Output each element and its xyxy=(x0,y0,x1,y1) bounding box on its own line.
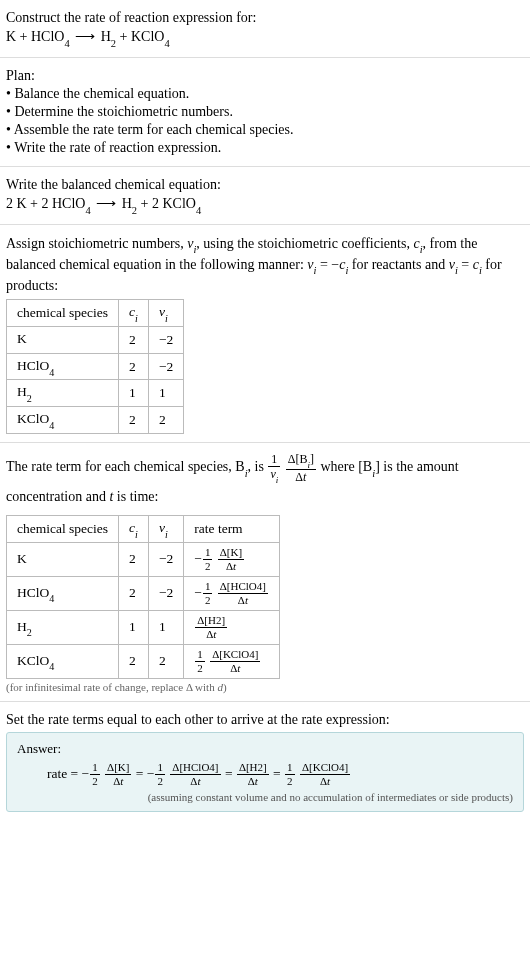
eq-lhs-sub: 4 xyxy=(64,38,69,49)
sub-i: i xyxy=(314,265,317,276)
table-row: K 2 −2 −12 Δ[K]Δt xyxy=(7,542,280,576)
c-cell: 1 xyxy=(119,610,149,644)
frac-one-over-nu: 1νi xyxy=(268,453,280,483)
plan-title: Plan: xyxy=(6,68,524,84)
num: Δ[Bi] xyxy=(286,453,316,470)
sub-i: i xyxy=(135,313,138,324)
num: 1 xyxy=(203,547,213,560)
species-cell: K xyxy=(7,327,119,354)
rate-term-section: The rate term for each chemical species,… xyxy=(0,443,530,702)
species-cell: HClO4 xyxy=(7,576,119,610)
den: 2 xyxy=(90,775,100,787)
final-intro: Set the rate terms equal to each other t… xyxy=(6,712,524,728)
answer-note: (assuming constant volume and no accumul… xyxy=(17,791,513,803)
nu: ν xyxy=(159,520,165,535)
col-rate-term: rate term xyxy=(184,516,280,543)
table-row: K 2 −2 xyxy=(7,327,184,354)
c: c xyxy=(413,236,419,251)
den: Δt xyxy=(300,775,350,787)
sub-i: i xyxy=(455,265,458,276)
assign-text: Assign stoichiometric numbers, νi, using… xyxy=(6,235,524,296)
c-cell: 2 xyxy=(119,353,149,380)
nu-cell: −2 xyxy=(148,353,183,380)
num: 1 xyxy=(155,762,165,775)
sp: KClO xyxy=(17,653,49,668)
sub-i: i xyxy=(479,265,482,276)
rate-cell: −12 Δ[HClO4]Δt xyxy=(184,576,280,610)
den: Δt xyxy=(170,775,220,787)
bal-rhs-a: H xyxy=(122,196,132,211)
t: t xyxy=(237,662,240,674)
nu-cell: −2 xyxy=(148,576,183,610)
sub-i: i xyxy=(307,460,310,470)
half-frac: 12 xyxy=(203,581,213,606)
num: Δ[H2] xyxy=(195,615,227,628)
prompt-line1: Construct the rate of reaction expressio… xyxy=(6,10,524,26)
rate-cell: Δ[H2]Δt xyxy=(184,610,280,644)
num: Δ[K] xyxy=(218,547,244,560)
half-frac: 12 xyxy=(90,762,100,787)
t: , is xyxy=(248,459,268,474)
sp-sub: 4 xyxy=(49,367,54,378)
arrow-icon: ⟶ xyxy=(94,195,118,212)
t: The rate term for each chemical species,… xyxy=(6,459,245,474)
den: 2 xyxy=(195,662,205,674)
t: t xyxy=(213,628,216,640)
half-frac: 12 xyxy=(195,649,205,674)
num: 1 xyxy=(90,762,100,775)
c-cell: 2 xyxy=(119,407,149,434)
table-row: HClO4 2 −2 xyxy=(7,353,184,380)
col-c: ci xyxy=(119,516,149,543)
nu-cell: 1 xyxy=(148,380,183,407)
t: = xyxy=(458,257,473,272)
t: Δ[B xyxy=(288,452,308,466)
conc-frac: Δ[K]Δt xyxy=(218,547,244,572)
sub-i: i xyxy=(165,529,168,540)
den: Δt xyxy=(218,594,268,606)
nu: ν xyxy=(307,257,313,272)
t: t xyxy=(327,775,330,787)
frac-dbi-dt: Δ[Bi]Δt xyxy=(286,453,316,483)
t: where [B xyxy=(321,459,373,474)
minus: − xyxy=(147,766,155,781)
num: Δ[HClO4] xyxy=(170,762,220,775)
den: 2 xyxy=(203,560,213,572)
num: 1 xyxy=(285,762,295,775)
nu-cell: 2 xyxy=(148,644,183,678)
balanced-intro: Write the balanced chemical equation: xyxy=(6,177,524,193)
nu-cell: 1 xyxy=(148,610,183,644)
sub-i: i xyxy=(193,244,196,255)
equals: = xyxy=(225,766,236,781)
c-cell: 1 xyxy=(119,380,149,407)
t: is time: xyxy=(113,489,158,504)
num: 1 xyxy=(203,581,213,594)
species-cell: KClO4 xyxy=(7,407,119,434)
sp: K xyxy=(17,551,27,566)
t: Δ xyxy=(295,470,303,484)
assign-section: Assign stoichiometric numbers, νi, using… xyxy=(0,225,530,443)
sp-sub: 4 xyxy=(49,593,54,604)
prompt-section: Construct the rate of reaction expressio… xyxy=(0,0,530,58)
t: = − xyxy=(316,257,339,272)
sub-i: i xyxy=(372,468,375,479)
sp: H xyxy=(17,619,27,634)
bal-rhs-b: + 2 KClO xyxy=(137,196,196,211)
equals: = xyxy=(136,766,147,781)
num: Δ[H2] xyxy=(237,762,269,775)
sub-i: i xyxy=(276,475,279,485)
sub-i: i xyxy=(345,265,348,276)
nu: ν xyxy=(270,467,275,481)
nu: ν xyxy=(449,257,455,272)
rate-cell: −12 Δ[K]Δt xyxy=(184,542,280,576)
sub-i: i xyxy=(420,244,423,255)
bal-lhs: 2 K + 2 HClO xyxy=(6,196,85,211)
t: , using the stoichiometric coefficients, xyxy=(196,236,413,251)
col-c: ci xyxy=(119,300,149,327)
t: for reactants and xyxy=(348,257,448,272)
conc-frac: Δ[H2]Δt xyxy=(195,615,227,640)
sp: K xyxy=(17,331,27,346)
num: Δ[KClO4] xyxy=(210,649,260,662)
conc-frac: Δ[HClO4]Δt xyxy=(170,762,220,787)
table-row: KClO4 2 2 xyxy=(7,407,184,434)
sp: H xyxy=(17,384,27,399)
